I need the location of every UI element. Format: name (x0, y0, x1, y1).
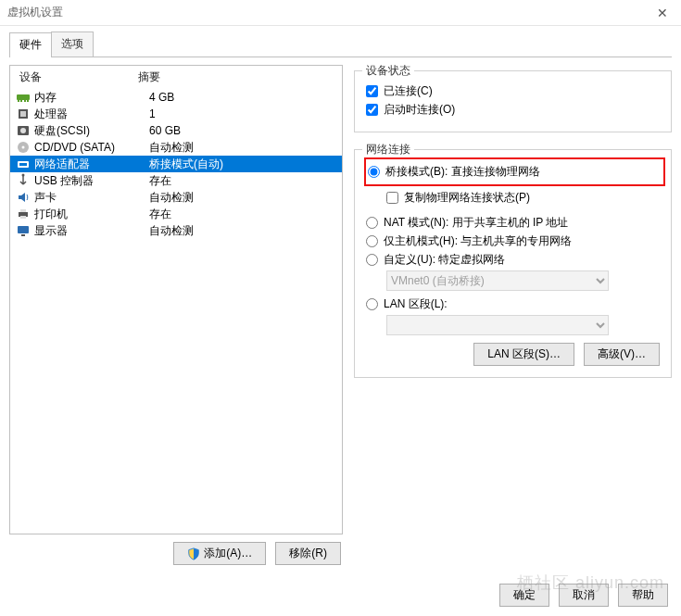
svg-rect-1 (18, 100, 19, 102)
device-row[interactable]: CD/DVD (SATA)自动检测 (10, 139, 342, 156)
device-state-legend: 设备状态 (362, 63, 414, 79)
connect-at-power-on-checkbox[interactable] (366, 104, 378, 116)
group-device-state: 设备状态 已连接(C) 启动时连接(O) (354, 70, 672, 132)
tab-options-label: 选项 (61, 37, 83, 50)
disk-icon (16, 123, 31, 138)
device-summary: 自动检测 (149, 190, 336, 206)
net-icon (16, 157, 31, 171)
device-row[interactable]: 硬盘(SCSI)60 GB (10, 122, 342, 139)
ok-button[interactable]: 确定 (499, 584, 549, 607)
tab-hardware[interactable]: 硬件 (9, 32, 52, 57)
usb-icon (16, 173, 31, 188)
svg-rect-15 (20, 209, 26, 212)
device-name: 声卡 (34, 190, 149, 206)
window-title: 虚拟机设置 (7, 5, 63, 20)
device-row[interactable]: USB 控制器存在 (10, 172, 342, 189)
device-row[interactable]: 打印机存在 (10, 206, 342, 222)
display-icon (16, 223, 31, 238)
add-button[interactable]: 添加(A)… (173, 542, 266, 565)
lan-segment-radio[interactable] (366, 298, 378, 310)
lan-segment-label: LAN 区段(L): (384, 296, 448, 312)
device-name: 处理器 (34, 107, 149, 122)
device-name: 硬盘(SCSI) (34, 123, 149, 139)
group-network-connection: 网络连接 桥接模式(B): 直接连接物理网络 复制物理网络连接状态(P) NAT… (354, 149, 672, 378)
network-legend: 网络连接 (362, 142, 414, 157)
sound-icon (16, 190, 31, 205)
bridged-radio[interactable] (368, 166, 380, 178)
device-name: 打印机 (34, 207, 149, 222)
device-summary: 存在 (149, 173, 336, 189)
svg-rect-4 (27, 100, 29, 102)
device-summary: 自动检测 (149, 140, 336, 156)
svg-rect-2 (20, 100, 22, 102)
ok-button-label: 确定 (513, 587, 536, 603)
advanced-button[interactable]: 高级(V)… (584, 343, 660, 366)
device-row[interactable]: 网络适配器桥接模式(自动) (10, 156, 342, 172)
device-list-header: 设备 摘要 (10, 66, 342, 89)
svg-point-8 (20, 128, 26, 133)
lan-segment-select[interactable] (386, 315, 609, 335)
svg-rect-18 (21, 234, 25, 236)
svg-rect-3 (24, 100, 26, 102)
col-device: 设备 (19, 69, 138, 85)
cancel-button[interactable]: 取消 (559, 584, 609, 607)
svg-rect-16 (20, 216, 26, 219)
custom-network-select[interactable]: VMnet0 (自动桥接) (386, 270, 609, 291)
svg-rect-17 (18, 226, 29, 233)
connect-at-power-on-label: 启动时连接(O) (384, 102, 455, 118)
device-summary: 存在 (149, 207, 336, 222)
nat-label: NAT 模式(N): 用于共享主机的 IP 地址 (384, 215, 568, 231)
memory-icon (16, 90, 31, 105)
add-button-label: 添加(A)… (204, 546, 252, 561)
custom-label: 自定义(U): 特定虚拟网络 (384, 252, 505, 268)
hostonly-label: 仅主机模式(H): 与主机共享的专用网络 (384, 233, 572, 249)
tab-strip: 硬件 选项 (9, 35, 672, 57)
svg-point-10 (22, 146, 25, 149)
svg-point-13 (22, 174, 25, 177)
device-summary: 自动检测 (149, 223, 336, 239)
device-summary: 4 GB (149, 91, 336, 104)
help-button-label: 帮助 (632, 587, 654, 603)
col-summary: 摘要 (138, 69, 160, 85)
lan-segments-button[interactable]: LAN 区段(S)… (473, 343, 574, 366)
close-icon[interactable]: ✕ (651, 6, 674, 20)
connected-label: 已连接(C) (384, 83, 433, 99)
device-row[interactable]: 内存4 GB (10, 89, 342, 106)
cpu-icon (16, 107, 31, 121)
device-name: 网络适配器 (34, 157, 149, 172)
hostonly-radio[interactable] (366, 235, 378, 247)
cancel-button-label: 取消 (573, 587, 595, 603)
device-name: 显示器 (34, 223, 149, 239)
connected-checkbox[interactable] (366, 85, 378, 97)
printer-icon (16, 207, 31, 221)
device-row[interactable]: 显示器自动检测 (10, 222, 342, 239)
remove-button[interactable]: 移除(R) (275, 542, 341, 565)
shield-icon (187, 547, 200, 560)
device-row[interactable]: 声卡自动检测 (10, 189, 342, 206)
svg-rect-0 (17, 94, 30, 100)
tab-options[interactable]: 选项 (51, 31, 94, 57)
nat-radio[interactable] (366, 217, 378, 229)
device-summary: 桥接模式(自动) (149, 157, 336, 172)
device-name: CD/DVD (SATA) (34, 141, 149, 154)
bridged-label: 桥接模式(B): 直接连接物理网络 (385, 164, 540, 180)
device-name: USB 控制器 (34, 173, 149, 189)
cd-icon (16, 140, 31, 155)
device-summary: 1 (149, 107, 336, 120)
lan-segments-button-label: LAN 区段(S)… (487, 346, 561, 362)
custom-radio[interactable] (366, 254, 378, 266)
bridged-highlight: 桥接模式(B): 直接连接物理网络 (364, 157, 665, 186)
svg-rect-6 (20, 111, 26, 117)
device-list: 设备 摘要 内存4 GB处理器1硬盘(SCSI)60 GBCD/DVD (SAT… (9, 65, 343, 534)
advanced-button-label: 高级(V)… (598, 346, 646, 362)
device-row[interactable]: 处理器1 (10, 106, 342, 122)
tab-hardware-label: 硬件 (19, 38, 42, 51)
help-button[interactable]: 帮助 (618, 584, 668, 607)
remove-button-label: 移除(R) (289, 546, 327, 561)
device-name: 内存 (34, 90, 149, 106)
replicate-label: 复制物理网络连接状态(P) (404, 190, 530, 206)
device-summary: 60 GB (149, 124, 336, 137)
replicate-checkbox[interactable] (386, 192, 398, 204)
svg-rect-12 (19, 163, 27, 166)
